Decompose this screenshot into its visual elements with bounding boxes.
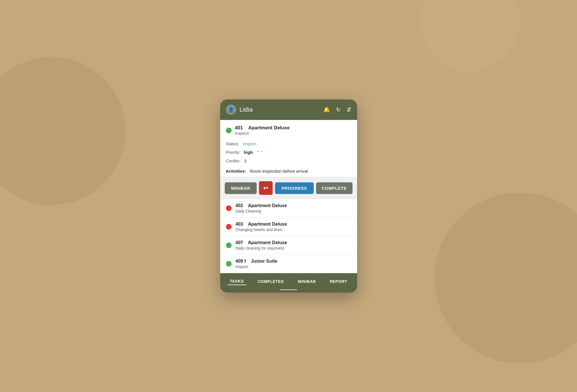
- priority-label: Priority:: [226, 150, 240, 155]
- task-room-number: 409 f: [236, 259, 246, 264]
- status-label: Status:: [226, 141, 239, 146]
- task-item-text: 403 Apartment Deluxe Changing towels and…: [236, 222, 351, 232]
- phone-container: 👤 Lidia 🔔 ↻ ⇵ 401 Apartment Deluxe Inspe…: [220, 99, 357, 293]
- task-room-type: Apartment Deluxe: [248, 203, 287, 208]
- bg-circle-left: [0, 57, 125, 205]
- task-list-item[interactable]: 409 f Junior Suite Inspect: [220, 255, 357, 273]
- undo-button[interactable]: ↩: [259, 181, 273, 195]
- task-action: Changing towels and linen: [236, 227, 351, 232]
- bottom-bar: [280, 289, 297, 290]
- credits-value: 2: [244, 158, 246, 163]
- task-dot: [226, 205, 232, 211]
- notification-icon[interactable]: 🔔: [323, 106, 330, 113]
- task-dot: [226, 261, 232, 267]
- status-row: Status: Inspect: [226, 140, 351, 148]
- bg-circle-top-right: [420, 0, 520, 71]
- task-action: Daily Cleaning: [236, 209, 351, 213]
- task-dot: [226, 242, 232, 248]
- activities-label: Activities:: [226, 169, 246, 173]
- action-buttons-row: MINIBAR ↩ PROGRESS COMPLETE: [220, 177, 357, 199]
- task-list-item[interactable]: 407 Apartment Deluxe Daily cleaning for …: [220, 236, 357, 255]
- task-detail-header: 401 Apartment Deluxe Inspect: [226, 125, 351, 136]
- activities-row: Activities: Room inspection before arriv…: [226, 168, 351, 173]
- task-room-info: 402 Apartment Deluxe: [236, 203, 351, 208]
- header-left: 👤 Lidia: [226, 105, 253, 115]
- progress-button[interactable]: PROGRESS: [275, 182, 314, 194]
- task-list: 402 Apartment Deluxe Daily Cleaning 403 …: [220, 199, 357, 273]
- bottom-nav-item[interactable]: REPORT: [327, 278, 349, 285]
- task-room-info: 403 Apartment Deluxe: [236, 222, 351, 227]
- task-dot: [226, 224, 232, 230]
- priority-value: high: [244, 150, 253, 155]
- task-list-item[interactable]: 403 Apartment Deluxe Changing towels and…: [220, 218, 357, 236]
- task-room-number: 402: [236, 203, 243, 208]
- task-room-number: 403: [236, 222, 243, 226]
- selected-room-type: Apartment Deluxe: [248, 125, 289, 130]
- status-value: Inspect: [243, 141, 256, 146]
- task-list-item[interactable]: 402 Apartment Deluxe Daily Cleaning: [220, 199, 357, 218]
- username-label: Lidia: [240, 106, 253, 113]
- task-item-text: 407 Apartment Deluxe Daily cleaning for …: [236, 240, 351, 250]
- task-detail-panel: 401 Apartment Deluxe Inspect Status: Ins…: [220, 120, 357, 177]
- selected-room-number: 401: [235, 125, 243, 130]
- task-room-type: Junior Suite: [251, 259, 277, 264]
- task-room-type: Apartment Deluxe: [248, 240, 287, 245]
- app-header: 👤 Lidia 🔔 ↻ ⇵: [220, 99, 357, 120]
- priority-row: Priority: high ⌃⌃: [226, 148, 351, 157]
- bottom-nav-item[interactable]: COMPLETED: [255, 278, 286, 285]
- task-room-info: 409 f Junior Suite: [236, 259, 351, 264]
- task-room-info: 407 Apartment Deluxe: [236, 240, 351, 245]
- credits-label: Credits:: [226, 158, 241, 163]
- bottom-nav-item[interactable]: MINIBAR: [295, 278, 318, 285]
- selected-task-title: 401 Apartment Deluxe Inspect: [235, 125, 290, 136]
- task-info-block: Status: Inspect Priority: high ⌃⌃ Credit…: [226, 140, 351, 168]
- task-item-text: 409 f Junior Suite Inspect: [236, 259, 351, 269]
- task-action: Daily cleaning for stayovers: [236, 246, 351, 250]
- avatar: 👤: [226, 105, 236, 115]
- credits-row: Credits: 2: [226, 157, 351, 165]
- bg-circle-right: [434, 193, 577, 364]
- task-room-type: Apartment Deluxe: [248, 222, 287, 226]
- bottom-nav: TASKSCOMPLETEDMINIBARREPORT: [220, 273, 357, 289]
- activities-value: Room inspection before arrival: [250, 169, 308, 173]
- minibar-button[interactable]: MINIBAR: [225, 182, 257, 194]
- selected-task-dot: [226, 128, 232, 133]
- selected-task-room: 401 Apartment Deluxe: [235, 125, 290, 131]
- priority-high-icon: ⌃⌃: [256, 150, 263, 155]
- header-icons: 🔔 ↻ ⇵: [323, 106, 351, 113]
- task-action: Inspect: [236, 264, 351, 269]
- bottom-indicator: [220, 289, 357, 293]
- bottom-nav-item[interactable]: TASKS: [228, 278, 246, 285]
- task-item-text: 402 Apartment Deluxe Daily Cleaning: [236, 203, 351, 213]
- complete-button[interactable]: COMPLETE: [316, 182, 353, 194]
- selected-task-action: Inspect: [235, 131, 290, 136]
- task-room-number: 407: [236, 240, 243, 245]
- refresh-icon[interactable]: ↻: [336, 106, 341, 113]
- expand-icon[interactable]: ⇵: [347, 106, 351, 113]
